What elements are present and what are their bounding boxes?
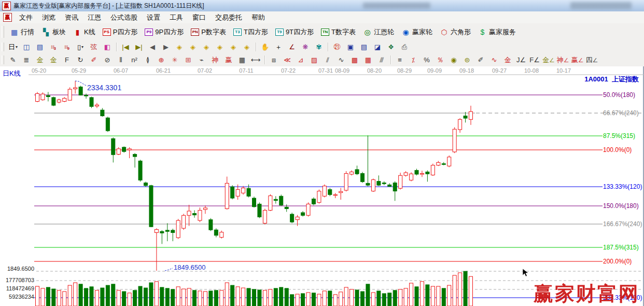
- winner-wheel-button[interactable]: ◉赢家轮: [398, 25, 436, 39]
- winner-service-button[interactable]: $赢家服务: [474, 25, 520, 39]
- tn-badge-icon: TN: [321, 29, 329, 36]
- gold-red-icon[interactable]: 金: [501, 54, 514, 65]
- angle-measure-icon[interactable]: ∠: [285, 41, 299, 52]
- candle-body-12: [101, 110, 104, 116]
- gold-circle-icon[interactable]: ◉: [447, 54, 460, 65]
- gann-tool-teal-icon[interactable]: ✾: [312, 41, 326, 52]
- mirror-icon[interactable]: ≬: [141, 54, 155, 65]
- notes-icon[interactable]: ▤: [357, 41, 371, 52]
- p-square-button[interactable]: PSP四方形: [99, 25, 142, 39]
- red-grid-2-icon[interactable]: ▦: [361, 54, 375, 65]
- candle-style-icon[interactable]: ▯▾: [74, 41, 87, 52]
- gann-string-icon[interactable]: 弦: [87, 41, 101, 52]
- angle-four-icon[interactable]: 四∠: [584, 54, 599, 65]
- gold-comb-2-icon[interactable]: 金: [47, 54, 60, 65]
- menu-item-9[interactable]: 帮助: [247, 12, 270, 23]
- 9t-square-button[interactable]: T99T四方形: [272, 25, 317, 39]
- comb2-icon[interactable]: ⫴: [114, 54, 128, 65]
- hexagon-button[interactable]: ⬡六角形: [436, 25, 474, 39]
- crosshair-icon[interactable]: ＋: [272, 41, 285, 52]
- number-grid-icon[interactable]: ▦: [235, 54, 249, 65]
- 9p-square-button[interactable]: P99P四方形: [141, 25, 187, 39]
- slash-lines-icon[interactable]: ⫻: [375, 54, 388, 65]
- period-day-selector[interactable]: 日▾: [6, 41, 20, 52]
- zoom-left-icon[interactable]: ◈: [173, 41, 186, 52]
- calculator-icon[interactable]: ▣: [344, 41, 357, 52]
- percent-strike-icon[interactable]: ⁒: [407, 54, 420, 65]
- shen-grid-icon[interactable]: 神: [208, 54, 222, 65]
- t-number-button[interactable]: TNT数字表: [317, 25, 359, 39]
- gold-line-icon[interactable]: ⊜: [460, 54, 474, 65]
- menu-item-1[interactable]: 浏览: [37, 12, 60, 23]
- menu-item-8[interactable]: 交易委托: [211, 12, 247, 23]
- print-icon[interactable]: ⎙: [398, 41, 411, 52]
- expand-both-icon[interactable]: ◈: [200, 41, 213, 52]
- kline-button[interactable]: ▮K线: [69, 25, 99, 39]
- price-comb-icon[interactable]: ≣: [20, 54, 33, 65]
- ying-grid-icon[interactable]: 赢: [222, 54, 235, 65]
- compress-both-icon[interactable]: ◈: [213, 41, 227, 52]
- circle-cross-icon[interactable]: ⊕: [155, 54, 168, 65]
- web-export-icon[interactable]: ❖: [384, 41, 398, 52]
- next-page-icon[interactable]: ▶: [159, 41, 173, 52]
- volume-bar-23: [160, 287, 164, 306]
- t-square-button[interactable]: T3T四方形: [230, 25, 272, 39]
- menu-item-0[interactable]: 文件: [15, 12, 37, 23]
- fan-box-icon[interactable]: ⊿: [294, 54, 307, 65]
- gann-wheel-button[interactable]: ◎江恩轮: [359, 25, 398, 39]
- prev-page-icon[interactable]: ◀: [146, 41, 159, 52]
- red-grid-1-icon[interactable]: ▩: [348, 54, 361, 65]
- angle-ying-icon[interactable]: 赢∠: [570, 54, 585, 65]
- red-pen-icon[interactable]: ✐: [87, 54, 101, 65]
- chart-area[interactable]: 2334.33011849.6500 日K线 1A0001 上证指数 1849.…: [0, 66, 644, 306]
- angle-shen-icon[interactable]: 神∠: [556, 54, 570, 65]
- spider-web-icon[interactable]: ✳: [168, 54, 181, 65]
- draw-pen-icon[interactable]: ✎: [6, 54, 20, 65]
- wave-check-icon[interactable]: ∿: [334, 54, 348, 65]
- percent-icon[interactable]: %: [420, 54, 433, 65]
- gann-fan-icon[interactable]: ≪: [281, 54, 294, 65]
- hatch-box-icon[interactable]: ▨: [307, 54, 321, 65]
- percent-line-icon[interactable]: ％: [433, 54, 447, 65]
- compress-all-icon[interactable]: ◈: [240, 41, 254, 52]
- angle-f-icon[interactable]: F∠: [528, 54, 541, 65]
- menu-item-6[interactable]: 工具: [165, 12, 188, 23]
- save-icon[interactable]: ◪: [371, 41, 384, 52]
- quotes-button[interactable]: ▦行情: [6, 25, 38, 39]
- menu-item-5[interactable]: 设置: [142, 12, 165, 23]
- bars-3-icon[interactable]: ⌗3: [47, 41, 60, 52]
- f-comb-icon[interactable]: F: [60, 54, 74, 65]
- info-board-icon[interactable]: ▤: [33, 41, 47, 52]
- angle-j-icon[interactable]: J∠: [514, 54, 528, 65]
- expand-all-icon[interactable]: ◈: [227, 41, 240, 52]
- black-knife-icon[interactable]: ✐: [474, 54, 487, 65]
- first-page-icon[interactable]: |◀: [119, 41, 132, 52]
- pulse-icon[interactable]: ⌁: [195, 54, 208, 65]
- n-square-icon[interactable]: n²: [128, 54, 141, 65]
- menu-item-7[interactable]: 窗口: [188, 12, 211, 23]
- width-measure-icon[interactable]: ⟷: [249, 54, 262, 65]
- time-cycle-icon[interactable]: ⊘: [101, 54, 114, 65]
- p-number-button[interactable]: PNP数字表: [187, 25, 230, 39]
- bars-9-icon[interactable]: ⌗9: [60, 41, 74, 52]
- spiral-icon[interactable]: ↻: [74, 54, 87, 65]
- double-wave-icon[interactable]: ∿: [487, 54, 501, 65]
- square-web-icon[interactable]: ⊞: [181, 54, 195, 65]
- self-select-icon[interactable]: ◫: [20, 41, 33, 52]
- parallel-lines-icon[interactable]: ⫽: [321, 54, 334, 65]
- zoom-right-icon[interactable]: ◈: [186, 41, 200, 52]
- box-select-icon[interactable]: ⧈: [267, 54, 281, 65]
- color-sort-icon[interactable]: ◧: [101, 41, 114, 52]
- menu-item-3[interactable]: 江恩: [83, 12, 106, 23]
- gann-tool-purple-icon[interactable]: ❋: [299, 41, 312, 52]
- last-page-icon[interactable]: ▶|: [132, 41, 146, 52]
- blocks-button[interactable]: ▚板块: [38, 25, 69, 39]
- menu-item-4[interactable]: 公式选股: [106, 12, 142, 23]
- menu-item-2[interactable]: 资讯: [60, 12, 83, 23]
- gold-comb-1-icon[interactable]: 金: [33, 54, 47, 65]
- kline-chart-canvas[interactable]: 2334.33011849.6500: [0, 66, 644, 306]
- angle-gold-icon[interactable]: 金∠: [541, 54, 556, 65]
- level-ladder-icon[interactable]: ≡: [393, 54, 407, 65]
- drag-hand-icon[interactable]: ✋: [258, 41, 272, 52]
- calendar-icon[interactable]: ㉑: [330, 41, 344, 52]
